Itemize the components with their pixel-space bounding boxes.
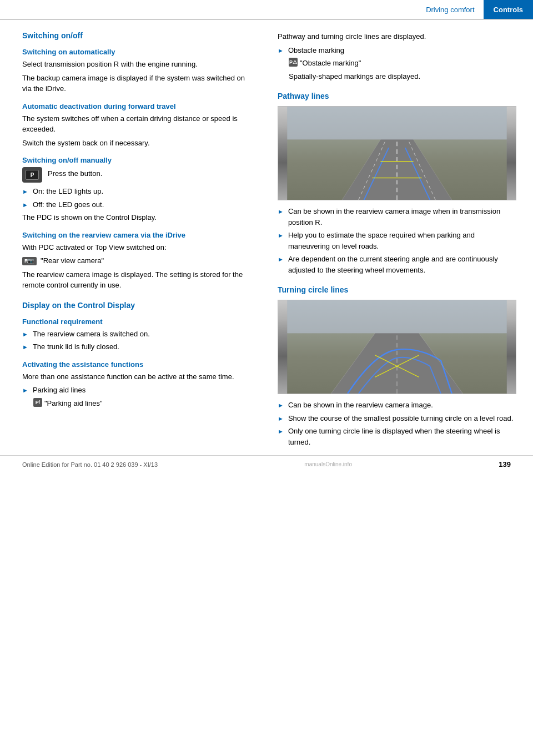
body-text-switch-back: Switch the system back on if necessary. [22,138,250,149]
bullet-estimate-space-text: Help you to estimate the space required … [288,230,516,251]
left-column: Switching on/off Switching on automatica… [0,31,266,450]
obstacle-marking-label: "Obstacle marking" [300,58,361,69]
bullet-rearview-on-text: The rearview camera is switched on. [33,329,250,340]
button-icon-row: P Press the button. [22,167,250,183]
parking-icon: P/ [33,398,42,407]
bullet-arrow-9: ► [278,255,284,264]
bullet-obstacle-text: Obstacle marking [288,45,516,56]
body-spatially-shaped: Spatially-shaped markings are displayed. [278,71,516,82]
bullet-led-off: ► Off: the LED goes out. [22,199,250,210]
body-with-pdc: With PDC activated or Top View switched … [22,242,250,253]
svg-rect-13 [287,107,506,139]
section-pathway-lines: Pathway lines [278,92,516,100]
bullet-trunk-closed: ► The trunk lid is fully closed. [22,341,250,352]
bullet-turning-rearview: ► Can be shown in the rearview camera im… [278,400,516,411]
subsection-auto-deactivation: Automatic deactivation during forward tr… [22,102,250,110]
r-symbol: R📷 [22,257,37,266]
body-pdc-control-display: The PDC is shown on the Control Display. [22,212,250,223]
watermark-text: manualsOnline.info [304,461,352,467]
body-more-than-one: More than one assistance function can be… [22,371,250,382]
bullet-arrow-11: ► [278,414,284,424]
bullet-obstacle-marking: ► Obstacle marking [278,45,516,56]
pdc-button-icon: P [22,167,42,183]
obstacle-icon: P⚠ [289,58,298,67]
turning-circle-image [278,300,516,394]
bullet-parking-aid-lines: ► Parking aid lines [22,385,250,396]
pdc-button-inner: P [26,170,39,180]
bullet-smallest-turning: ► Show the course of the smallest possib… [278,413,516,424]
body-text-backup-camera: The backup camera image is displayed if … [22,73,250,94]
bullet-led-off-text: Off: the LED goes out. [33,199,250,210]
bullet-one-turning-circle: ► Only one turning circle line is displa… [278,426,516,447]
subsection-switching-rearview: Switching on the rearview camera via the… [22,231,250,239]
subsection-functional-requirement: Functional requirement [22,317,250,326]
indented-parking-aid-icon: P/ "Parking aid lines" [22,398,250,409]
section-turning-circle-lines: Turning circle lines [278,285,516,294]
bullet-arrow-6: ► [278,46,284,56]
bullet-arrow-2: ► [22,200,28,210]
pdc-p-symbol: P [31,172,34,178]
bullet-steering-angle: ► Are dependent on the current steering … [278,254,516,275]
bullet-trunk-closed-text: The trunk lid is fully closed. [33,341,250,352]
subsection-activating-assistance: Activating the assistance functions [22,360,250,369]
press-button-text: Press the button. [48,168,102,179]
bullet-one-turning-circle-text: Only one turning circle line is displaye… [288,426,516,447]
bullet-led-on: ► On: the LED lights up. [22,186,250,197]
bullet-parking-aid-text: Parking aid lines [33,385,250,396]
pathway-lines-svg [278,107,516,200]
bullet-rearview-on: ► The rearview camera is switched on. [22,329,250,340]
pathway-lines-image [278,106,516,200]
page-footer: Online Edition for Part no. 01 40 2 926 … [0,455,533,473]
header-controls: Controls [484,0,533,19]
indented-obstacle-icon: P⚠ "Obstacle marking" [278,58,516,69]
bullet-arrow-10: ► [278,401,284,410]
body-rearview-displayed: The rearview camera image is displayed. … [22,269,250,291]
bullet-arrow-7: ► [278,207,284,216]
bullet-pathway-rearview: ► Can be shown in the rearview camera im… [278,206,516,228]
page-number: 139 [499,460,511,468]
header-driving-comfort: Driving comfort [417,6,483,14]
body-text-select-transmission: Select transmission position R with the … [22,59,250,70]
subsection-switching-onoff-manually: Switching on/off manually [22,156,250,164]
bullet-arrow-4: ► [22,342,28,352]
bullet-estimate-space: ► Help you to estimate the space require… [278,230,516,251]
svg-rect-18 [287,300,506,333]
bullet-arrow-3: ► [22,330,28,339]
bullet-arrow-12: ► [278,427,284,436]
turning-circle-svg [278,300,516,394]
bullet-turning-rearview-text: Can be shown in the rearview camera imag… [288,400,516,411]
right-column: Pathway and turning circle lines are dis… [266,31,533,450]
main-content: Switching on/off Switching on automatica… [0,20,533,455]
body-rear-view-camera-label: R📷 "Rear view camera" [22,255,250,266]
subsection-switching-on-automatically: Switching on automatically [22,48,250,56]
bullet-arrow-1: ► [22,187,28,196]
bullet-pathway-rearview-text: Can be shown in the rearview camera imag… [288,206,516,228]
section-display-control: Display on the Control Display [22,301,250,310]
body-pathway-turning-displayed: Pathway and turning circle lines are dis… [278,31,516,42]
bullet-arrow-5: ► [22,386,28,395]
bullet-smallest-turning-text: Show the course of the smallest possible… [288,413,516,424]
footer-edition-text: Online Edition for Part no. 01 40 2 926 … [22,461,158,468]
parking-aid-lines-label: "Parking aid lines" [44,398,103,409]
page-header: Driving comfort Controls [0,0,533,20]
main-title: Switching on/off [22,31,250,40]
bullet-led-on-text: On: the LED lights up. [33,186,250,197]
bullet-arrow-8: ► [278,231,284,240]
bullet-steering-angle-text: Are dependent on the current steering an… [288,254,516,275]
body-text-system-switches: The system switches off when a certain d… [22,113,250,135]
